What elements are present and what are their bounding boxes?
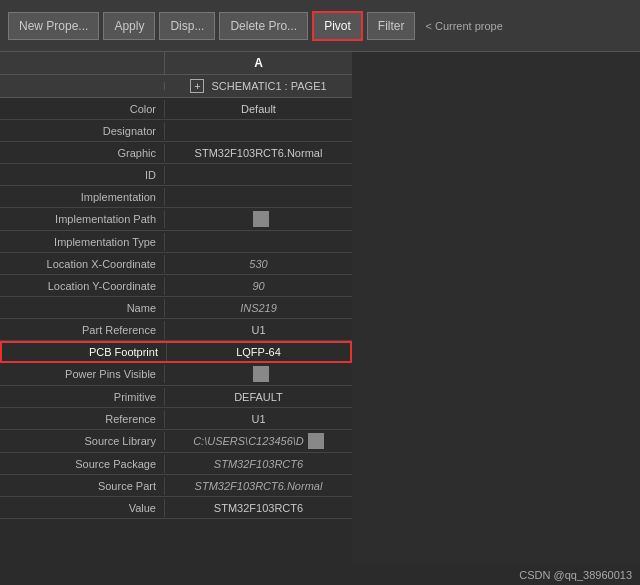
apply-button[interactable]: Apply — [103, 12, 155, 40]
prop-label: Location Y-Coordinate — [0, 277, 165, 295]
table-row: Source PackageSTM32F103RCT6 — [0, 453, 352, 475]
prop-browse-button[interactable] — [253, 366, 269, 382]
prop-value — [165, 239, 352, 245]
table-row: Implementation — [0, 186, 352, 208]
prop-label: Source Library — [0, 432, 165, 450]
prop-label: Name — [0, 299, 165, 317]
prop-value — [165, 172, 352, 178]
schematic-header-row: + SCHEMATIC1 : PAGE1 — [0, 75, 352, 98]
schematic-label: + SCHEMATIC1 : PAGE1 — [165, 75, 352, 97]
prop-value: LQFP-64 — [167, 343, 350, 361]
table-row: ColorDefault — [0, 98, 352, 120]
table-row: PrimitiveDEFAULT — [0, 386, 352, 408]
prop-value: STM32F103RCT6.Normal — [165, 477, 352, 495]
prop-label: Designator — [0, 122, 165, 140]
col-header-a: A — [165, 52, 352, 74]
prop-value — [165, 363, 352, 385]
table-row: Designator — [0, 120, 352, 142]
table-row: Implementation Path — [0, 208, 352, 231]
prop-label: Source Part — [0, 477, 165, 495]
prop-value: 530 — [165, 255, 352, 273]
prop-browse-button[interactable] — [253, 211, 269, 227]
prop-value: U1 — [165, 410, 352, 428]
prop-value: STM32F103RCT6 — [165, 455, 352, 473]
prop-label: PCB Footprint — [2, 343, 167, 361]
prop-value: INS219 — [165, 299, 352, 317]
prop-label: Location X-Coordinate — [0, 255, 165, 273]
toolbar: New Prope... Apply Disp... Delete Pro...… — [0, 0, 640, 52]
source-library-browse-button[interactable] — [308, 433, 324, 449]
table-row: Source LibraryC:\USERS\C123456\D — [0, 430, 352, 453]
prop-value: Default — [165, 100, 352, 118]
col-header-label — [0, 52, 165, 74]
prop-value: DEFAULT — [165, 388, 352, 406]
disp-button[interactable]: Disp... — [159, 12, 215, 40]
table-row: Source PartSTM32F103RCT6.Normal — [0, 475, 352, 497]
prop-label: Primitive — [0, 388, 165, 406]
main-content: A + SCHEMATIC1 : PAGE1 ColorDefaultDesig… — [0, 52, 640, 585]
prop-value: 90 — [165, 277, 352, 295]
delete-prop-button[interactable]: Delete Pro... — [219, 12, 308, 40]
prop-label: Power Pins Visible — [0, 365, 165, 383]
prop-value — [165, 208, 352, 230]
prop-label: ID — [0, 166, 165, 184]
prop-value: STM32F103RCT6.Normal — [165, 144, 352, 162]
prop-label: Implementation Path — [0, 210, 165, 228]
prop-label: Value — [0, 499, 165, 517]
prop-value: STM32F103RCT6 — [165, 499, 352, 517]
table-row: PCB FootprintLQFP-64 — [0, 341, 352, 363]
table-row: ValueSTM32F103RCT6 — [0, 497, 352, 519]
pivot-button[interactable]: Pivot — [312, 11, 363, 41]
footer-text: CSDN @qq_38960013 — [519, 569, 632, 581]
table-row: ID — [0, 164, 352, 186]
expand-icon[interactable]: + — [190, 79, 204, 93]
current-prop-label: < Current prope — [419, 14, 508, 38]
column-header-row: A — [0, 52, 352, 75]
property-rows-container: ColorDefaultDesignatorGraphicSTM32F103RC… — [0, 98, 352, 519]
prop-value: U1 — [165, 321, 352, 339]
table-row: GraphicSTM32F103RCT6.Normal — [0, 142, 352, 164]
prop-label: Part Reference — [0, 321, 165, 339]
table-row: ReferenceU1 — [0, 408, 352, 430]
prop-label: Reference — [0, 410, 165, 428]
prop-label: Color — [0, 100, 165, 118]
footer-bar: CSDN @qq_38960013 — [352, 565, 640, 585]
table-row: Power Pins Visible — [0, 363, 352, 386]
table-row: Implementation Type — [0, 231, 352, 253]
new-prop-button[interactable]: New Prope... — [8, 12, 99, 40]
prop-label: Implementation — [0, 188, 165, 206]
properties-panel: A + SCHEMATIC1 : PAGE1 ColorDefaultDesig… — [0, 52, 352, 585]
annotation-panel: 水平或垂直显示 修改封装 — [352, 52, 640, 585]
prop-value — [165, 128, 352, 134]
prop-label: Source Package — [0, 455, 165, 473]
prop-label: Implementation Type — [0, 233, 165, 251]
prop-label: Graphic — [0, 144, 165, 162]
filter-button[interactable]: Filter — [367, 12, 416, 40]
source-library-value: C:\USERS\C123456\D — [193, 435, 304, 447]
prop-value: C:\USERS\C123456\D — [165, 430, 352, 452]
schematic-left — [0, 82, 165, 90]
table-row: NameINS219 — [0, 297, 352, 319]
prop-value — [165, 194, 352, 200]
table-row: Location Y-Coordinate90 — [0, 275, 352, 297]
schematic-name: SCHEMATIC1 : PAGE1 — [211, 80, 326, 92]
table-row: Location X-Coordinate530 — [0, 253, 352, 275]
table-row: Part ReferenceU1 — [0, 319, 352, 341]
